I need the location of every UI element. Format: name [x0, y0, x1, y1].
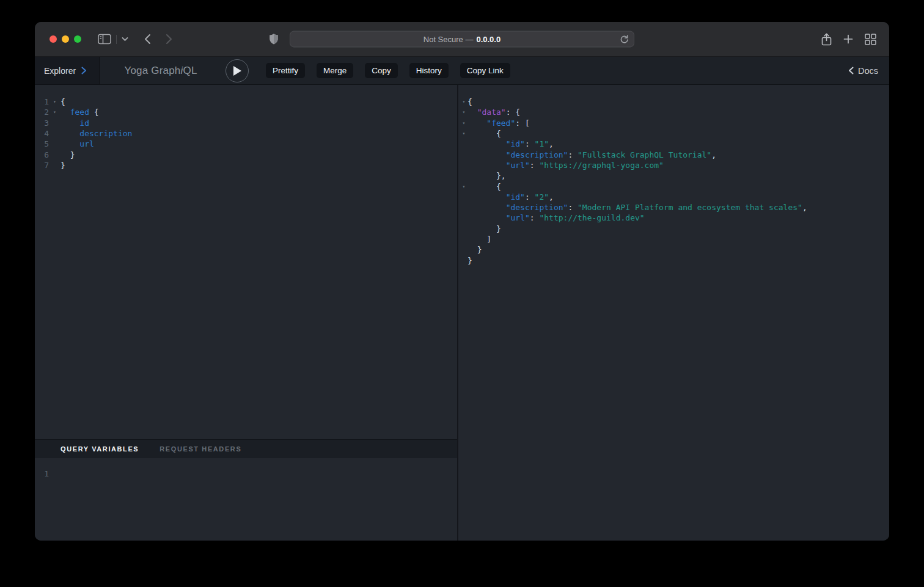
code-text: { — [468, 97, 472, 106]
forward-button[interactable] — [165, 34, 173, 45]
execute-query-button[interactable] — [226, 59, 249, 82]
line-number: 1 — [35, 469, 49, 478]
merge-button[interactable]: Merge — [317, 63, 353, 78]
explorer-toggle-button[interactable]: Explorer — [35, 57, 100, 84]
fold-arrow-icon[interactable]: ▾ — [458, 184, 468, 189]
back-button[interactable] — [144, 34, 152, 45]
line-number: 3 — [35, 118, 49, 128]
fold-arrow-icon[interactable]: ▾ — [458, 109, 468, 115]
tab-overview-icon[interactable] — [865, 34, 876, 45]
reload-icon[interactable] — [620, 34, 629, 44]
code-text: "url": "http://the-guild.dev" — [468, 213, 645, 222]
docs-label: Docs — [858, 66, 878, 76]
share-icon[interactable] — [821, 33, 832, 46]
new-tab-icon[interactable] — [843, 34, 853, 44]
fold-arrow-icon[interactable]: ▾ — [458, 131, 468, 136]
response-viewer: ▾{▾ "data": {▾ "feed": [▾ { "id": "1", "… — [458, 85, 889, 541]
line-number: 4 — [35, 129, 49, 138]
code-line: 1▾{ — [35, 97, 457, 107]
code-line: 4 description — [35, 128, 457, 139]
query-pane: 1▾{2▾ feed {3 id4 description5 url6 }7} … — [35, 85, 457, 541]
code-line: 2▾ feed { — [35, 107, 457, 117]
code-line: 5 url — [35, 139, 457, 149]
code-text: description — [61, 129, 132, 138]
code-text: id — [61, 118, 89, 128]
code-text: "description": "Modern API Platform and … — [468, 203, 807, 212]
sidebar-menu-chevron-down-icon[interactable] — [122, 37, 128, 42]
code-line: 3 id — [35, 118, 457, 128]
line-number: 1 — [35, 97, 49, 106]
code-line: "url": "http://the-guild.dev" — [458, 213, 889, 223]
history-button[interactable]: History — [409, 63, 449, 78]
prettify-button[interactable]: Prettify — [266, 63, 305, 78]
code-line: 7} — [35, 160, 457, 170]
minimize-window-button[interactable] — [62, 35, 69, 43]
code-line: "description": "Fullstack GraphQL Tutori… — [458, 149, 889, 159]
code-text: feed { — [61, 108, 99, 117]
code-text: { — [468, 182, 501, 191]
code-text: } — [61, 161, 65, 170]
code-text: "feed": [ — [468, 118, 530, 128]
code-line: 6 } — [35, 149, 457, 159]
response-pane: ▾{▾ "data": {▾ "feed": [▾ { "id": "1", "… — [458, 85, 889, 541]
chevron-right-icon — [81, 67, 87, 75]
query-variables-editor[interactable]: 1 — [35, 458, 457, 541]
browser-window: Not Secure — 0.0.0.0 — [35, 22, 889, 541]
code-line: } — [458, 255, 889, 265]
code-text: ] — [468, 235, 491, 244]
fold-arrow-icon[interactable]: ▾ — [458, 99, 468, 104]
chevron-left-icon — [848, 67, 854, 75]
code-text: } — [468, 256, 472, 265]
docs-button[interactable]: Docs — [848, 66, 878, 76]
line-number: 7 — [35, 161, 49, 170]
code-text: } — [61, 150, 75, 159]
code-text: "data": { — [468, 108, 520, 117]
zoom-window-button[interactable] — [74, 35, 81, 43]
toolbar-divider — [116, 35, 117, 44]
code-text: } — [468, 245, 482, 254]
sidebar-toggle-icon[interactable] — [98, 34, 111, 45]
code-line: "id": "2", — [458, 192, 889, 202]
code-text: }, — [468, 171, 506, 180]
close-window-button[interactable] — [50, 35, 57, 43]
code-line: "description": "Modern API Platform and … — [458, 202, 889, 213]
code-line: "id": "1", — [458, 139, 889, 149]
traffic-lights — [50, 35, 81, 43]
code-line: "url": "https://graphql-yoga.com" — [458, 160, 889, 170]
copy-button[interactable]: Copy — [365, 63, 398, 78]
code-line: ▾ { — [458, 128, 889, 139]
line-number: 5 — [35, 139, 49, 148]
code-text: "id": "1", — [468, 139, 554, 148]
fold-arrow-icon[interactable]: ▾ — [49, 109, 59, 115]
privacy-shield-icon[interactable] — [269, 34, 279, 45]
tab-request-headers[interactable]: REQUEST HEADERS — [160, 445, 241, 453]
tab-query-variables[interactable]: QUERY VARIABLES — [61, 445, 139, 453]
code-text: } — [468, 224, 501, 233]
code-text: url — [61, 139, 94, 148]
line-number: 2 — [35, 108, 49, 117]
code-line: ▾ "feed": [ — [458, 118, 889, 128]
code-line: ▾ { — [458, 181, 889, 191]
code-text: "id": "2", — [468, 192, 554, 202]
code-line: ] — [458, 234, 889, 244]
fold-arrow-icon[interactable]: ▾ — [49, 99, 59, 104]
code-text: { — [61, 97, 65, 106]
app-logo: Yoga GraphiQL — [100, 65, 222, 77]
line-number: 6 — [35, 150, 49, 159]
code-line: } — [458, 244, 889, 255]
browser-chrome: Not Secure — 0.0.0.0 — [35, 22, 889, 57]
code-text: "url": "https://graphql-yoga.com" — [468, 161, 664, 170]
graphiql-toolbar: Explorer Yoga GraphiQL Prettify Merge Co… — [35, 57, 889, 85]
code-text: { — [468, 129, 501, 138]
fold-arrow-icon[interactable]: ▾ — [458, 120, 468, 126]
explorer-label: Explorer — [44, 66, 76, 76]
address-bar[interactable]: Not Secure — 0.0.0.0 — [290, 31, 634, 48]
code-text: "description": "Fullstack GraphQL Tutori… — [468, 150, 716, 159]
query-editor[interactable]: 1▾{2▾ feed {3 id4 description5 url6 }7} — [35, 85, 457, 439]
url-host: 0.0.0.0 — [476, 35, 501, 44]
security-label: Not Secure — — [424, 35, 474, 44]
code-line: } — [458, 224, 889, 234]
secondary-editor-tabbar: QUERY VARIABLES REQUEST HEADERS — [35, 439, 457, 458]
copy-link-button[interactable]: Copy Link — [460, 63, 510, 78]
code-line: }, — [458, 170, 889, 181]
